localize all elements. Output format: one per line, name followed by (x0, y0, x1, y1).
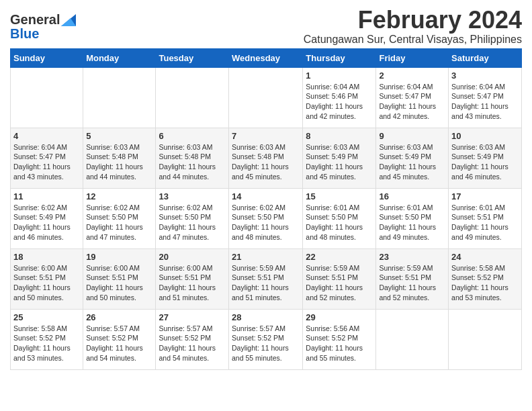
day-info: Sunrise: 6:03 AMSunset: 5:48 PMDaylight:… (86, 142, 152, 182)
day-info: Sunrise: 6:02 AMSunset: 5:50 PMDaylight:… (159, 203, 226, 242)
calendar-cell: 24Sunrise: 5:58 AMSunset: 5:52 PMDayligh… (449, 248, 522, 309)
title-section: February 2024 Catungawan Sur, Central Vi… (304, 7, 522, 46)
day-number: 19 (86, 252, 152, 262)
calendar-week-row: 4Sunrise: 6:04 AMSunset: 5:47 PMDaylight… (11, 128, 522, 188)
day-number: 18 (13, 252, 80, 262)
day-number: 26 (86, 312, 152, 322)
calendar-cell: 13Sunrise: 6:02 AMSunset: 5:50 PMDayligh… (156, 188, 229, 248)
day-number: 23 (379, 252, 445, 262)
header-tuesday: Tuesday (156, 48, 229, 67)
day-number: 8 (306, 131, 373, 141)
calendar-cell: 18Sunrise: 6:00 AMSunset: 5:51 PMDayligh… (11, 248, 83, 309)
calendar-week-row: 18Sunrise: 6:00 AMSunset: 5:51 PMDayligh… (11, 248, 522, 309)
day-info: Sunrise: 6:04 AMSunset: 5:47 PMDaylight:… (13, 142, 80, 182)
calendar-table: Sunday Monday Tuesday Wednesday Thursday… (10, 48, 522, 370)
logo-blue: Blue (10, 26, 39, 42)
day-number: 20 (159, 252, 226, 262)
logo: General Blue (10, 12, 76, 42)
calendar-cell: 5Sunrise: 6:03 AMSunset: 5:48 PMDaylight… (83, 128, 156, 188)
calendar-cell: 21Sunrise: 5:59 AMSunset: 5:51 PMDayligh… (229, 248, 303, 309)
day-info: Sunrise: 5:57 AMSunset: 5:52 PMDaylight:… (159, 324, 226, 363)
header-sunday: Sunday (11, 48, 83, 67)
location-subtitle: Catungawan Sur, Central Visayas, Philipp… (304, 34, 522, 46)
day-number: 11 (13, 191, 80, 201)
header-thursday: Thursday (303, 48, 376, 67)
day-info: Sunrise: 5:59 AMSunset: 5:51 PMDaylight:… (379, 263, 445, 303)
header-monday: Monday (83, 48, 156, 67)
day-number: 10 (451, 131, 519, 141)
day-number: 25 (13, 312, 80, 322)
day-info: Sunrise: 5:59 AMSunset: 5:51 PMDaylight:… (232, 263, 300, 303)
day-info: Sunrise: 6:03 AMSunset: 5:48 PMDaylight:… (159, 142, 226, 182)
calendar-cell: 29Sunrise: 5:56 AMSunset: 5:52 PMDayligh… (303, 309, 376, 369)
calendar-header-row: Sunday Monday Tuesday Wednesday Thursday… (11, 48, 522, 67)
day-info: Sunrise: 5:57 AMSunset: 5:52 PMDaylight:… (86, 324, 152, 363)
day-info: Sunrise: 6:01 AMSunset: 5:50 PMDaylight:… (306, 203, 373, 242)
calendar-cell: 12Sunrise: 6:02 AMSunset: 5:50 PMDayligh… (83, 188, 156, 248)
day-number: 27 (159, 312, 226, 322)
calendar-cell: 27Sunrise: 5:57 AMSunset: 5:52 PMDayligh… (156, 309, 229, 369)
day-number: 9 (379, 131, 445, 141)
day-info: Sunrise: 5:56 AMSunset: 5:52 PMDaylight:… (306, 324, 373, 363)
logo-general: General (10, 12, 60, 28)
logo-icon (61, 14, 76, 26)
day-info: Sunrise: 6:00 AMSunset: 5:51 PMDaylight:… (159, 263, 226, 303)
calendar-cell (229, 67, 303, 128)
day-info: Sunrise: 6:04 AMSunset: 5:46 PMDaylight:… (306, 82, 373, 122)
day-info: Sunrise: 6:02 AMSunset: 5:50 PMDaylight:… (232, 203, 300, 242)
day-number: 14 (232, 191, 300, 201)
calendar-week-row: 25Sunrise: 5:58 AMSunset: 5:52 PMDayligh… (11, 309, 522, 369)
page-header: General Blue February 2024 Catungawan Su… (10, 7, 522, 46)
calendar-cell: 14Sunrise: 6:02 AMSunset: 5:50 PMDayligh… (229, 188, 303, 248)
day-number: 2 (379, 71, 445, 81)
day-number: 5 (86, 131, 152, 141)
calendar-cell: 7Sunrise: 6:03 AMSunset: 5:48 PMDaylight… (229, 128, 303, 188)
calendar-cell: 6Sunrise: 6:03 AMSunset: 5:48 PMDaylight… (156, 128, 229, 188)
calendar-cell: 10Sunrise: 6:03 AMSunset: 5:49 PMDayligh… (449, 128, 522, 188)
day-info: Sunrise: 6:03 AMSunset: 5:49 PMDaylight:… (379, 142, 445, 182)
day-info: Sunrise: 5:59 AMSunset: 5:51 PMDaylight:… (306, 263, 373, 303)
calendar-cell: 19Sunrise: 6:00 AMSunset: 5:51 PMDayligh… (83, 248, 156, 309)
calendar-cell: 22Sunrise: 5:59 AMSunset: 5:51 PMDayligh… (303, 248, 376, 309)
day-info: Sunrise: 5:57 AMSunset: 5:52 PMDaylight:… (232, 324, 300, 363)
day-info: Sunrise: 6:02 AMSunset: 5:50 PMDaylight:… (86, 203, 152, 242)
day-number: 12 (86, 191, 152, 201)
day-info: Sunrise: 6:03 AMSunset: 5:48 PMDaylight:… (232, 142, 300, 182)
calendar-cell: 11Sunrise: 6:02 AMSunset: 5:49 PMDayligh… (11, 188, 83, 248)
day-info: Sunrise: 6:02 AMSunset: 5:49 PMDaylight:… (13, 203, 80, 242)
day-number: 4 (13, 131, 80, 141)
day-info: Sunrise: 6:04 AMSunset: 5:47 PMDaylight:… (451, 82, 519, 122)
day-number: 17 (451, 191, 519, 201)
day-number: 22 (306, 252, 373, 262)
calendar-cell: 1Sunrise: 6:04 AMSunset: 5:46 PMDaylight… (303, 67, 376, 128)
day-info: Sunrise: 5:58 AMSunset: 5:52 PMDaylight:… (13, 324, 80, 363)
day-number: 16 (379, 191, 445, 201)
calendar-cell: 28Sunrise: 5:57 AMSunset: 5:52 PMDayligh… (229, 309, 303, 369)
header-friday: Friday (376, 48, 449, 67)
calendar-cell: 25Sunrise: 5:58 AMSunset: 5:52 PMDayligh… (11, 309, 83, 369)
day-number: 15 (306, 191, 373, 201)
day-number: 29 (306, 312, 373, 322)
day-info: Sunrise: 6:03 AMSunset: 5:49 PMDaylight:… (306, 142, 373, 182)
calendar-cell (11, 67, 83, 128)
calendar-cell: 3Sunrise: 6:04 AMSunset: 5:47 PMDaylight… (449, 67, 522, 128)
calendar-cell (449, 309, 522, 369)
day-number: 28 (232, 312, 300, 322)
header-wednesday: Wednesday (229, 48, 303, 67)
day-info: Sunrise: 6:01 AMSunset: 5:50 PMDaylight:… (379, 203, 445, 242)
day-info: Sunrise: 6:00 AMSunset: 5:51 PMDaylight:… (13, 263, 80, 303)
calendar-cell: 17Sunrise: 6:01 AMSunset: 5:51 PMDayligh… (449, 188, 522, 248)
calendar-cell: 20Sunrise: 6:00 AMSunset: 5:51 PMDayligh… (156, 248, 229, 309)
day-number: 13 (159, 191, 226, 201)
day-info: Sunrise: 6:03 AMSunset: 5:49 PMDaylight:… (451, 142, 519, 182)
calendar-cell (376, 309, 449, 369)
day-number: 21 (232, 252, 300, 262)
calendar-cell: 16Sunrise: 6:01 AMSunset: 5:50 PMDayligh… (376, 188, 449, 248)
calendar-cell: 15Sunrise: 6:01 AMSunset: 5:50 PMDayligh… (303, 188, 376, 248)
day-info: Sunrise: 6:00 AMSunset: 5:51 PMDaylight:… (86, 263, 152, 303)
header-saturday: Saturday (449, 48, 522, 67)
day-number: 1 (306, 71, 373, 81)
calendar-cell: 23Sunrise: 5:59 AMSunset: 5:51 PMDayligh… (376, 248, 449, 309)
calendar-cell: 2Sunrise: 6:04 AMSunset: 5:47 PMDaylight… (376, 67, 449, 128)
calendar-week-row: 1Sunrise: 6:04 AMSunset: 5:46 PMDaylight… (11, 67, 522, 128)
